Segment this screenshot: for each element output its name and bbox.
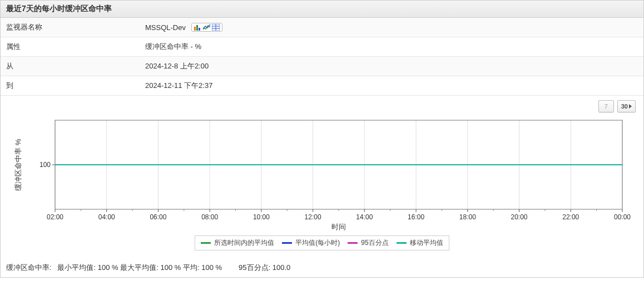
bar-chart-icon[interactable] [194, 24, 202, 31]
svg-rect-1 [196, 25, 198, 31]
panel-title: 最近7天的每小时缓冲区命中率 [1, 1, 643, 18]
legend-item[interactable]: 所选时间内的平均值 [201, 238, 274, 248]
stats-p95-value: 100.0 [273, 263, 291, 272]
stats-max-value: 100 % [160, 263, 181, 272]
svg-text:14:00: 14:00 [356, 213, 373, 221]
kv-row-to: 到 2024-12-11 下午2:37 [1, 76, 643, 96]
line-chart-icon[interactable] [203, 24, 211, 31]
legend-label: 所选时间内的平均值 [214, 238, 274, 248]
kv-val: 缓冲区命中率 - % [145, 42, 638, 52]
svg-text:06:00: 06:00 [150, 213, 166, 221]
legend-swatch [348, 242, 358, 244]
kv-table: 监视器名称 MSSQL-Dev 属性 缓冲区命中率 - % [1, 18, 643, 96]
svg-text:缓冲区命中率 %: 缓冲区命中率 % [14, 139, 22, 191]
svg-text:16:00: 16:00 [408, 213, 424, 221]
range-7d-label: 7 [605, 103, 608, 110]
stats-avg-value: 100 % [201, 263, 222, 272]
stats-group-p95: 95百分点: 100.0 [239, 263, 290, 273]
play-icon [629, 104, 632, 109]
legend-swatch [397, 242, 407, 244]
svg-text:12:00: 12:00 [305, 213, 321, 221]
stats-p95-label: 95百分点: [239, 263, 270, 272]
kv-key: 从 [6, 61, 145, 71]
legend-item[interactable]: 平均值(每小时) [282, 238, 340, 248]
legend-label: 95百分点 [361, 238, 388, 248]
kv-row-monitor: 监视器名称 MSSQL-Dev [1, 18, 643, 37]
stats-group-main: 缓冲区命中率: 最小平均值: 100 % 最大平均值: 100 % 平均: 10… [6, 263, 222, 273]
legend-swatch [282, 242, 292, 244]
range-30d-button[interactable]: 30 [617, 100, 636, 112]
kv-key: 到 [6, 81, 145, 91]
range-30d-label: 30 [621, 103, 628, 110]
kv-val: MSSQL-Dev [145, 22, 638, 32]
table-icon[interactable] [212, 24, 220, 31]
monitor-name-value: MSSQL-Dev [145, 23, 186, 32]
chart-type-icons[interactable] [191, 23, 222, 32]
stats-min-value: 100 % [98, 263, 118, 272]
svg-rect-0 [194, 27, 196, 31]
svg-text:18:00: 18:00 [459, 213, 476, 221]
svg-text:08:00: 08:00 [201, 213, 218, 221]
kv-val: 2024-12-11 下午2:37 [145, 81, 638, 91]
legend-item[interactable]: 移动平均值 [397, 238, 443, 248]
kv-key: 属性 [6, 42, 145, 52]
svg-text:04:00: 04:00 [98, 213, 115, 221]
svg-rect-2 [199, 28, 200, 31]
chart-area: 02:0004:0006:0008:0010:0012:0014:0016:00… [1, 115, 643, 259]
range-controls: 7 30 [1, 96, 643, 115]
svg-text:22:00: 22:00 [562, 213, 579, 221]
stats-min-label: 最小平均值: [57, 263, 96, 272]
line-chart: 02:0004:0006:0008:0010:0012:0014:0016:00… [8, 115, 636, 232]
stats-title: 缓冲区命中率: [6, 263, 52, 272]
svg-text:02:00: 02:00 [47, 213, 63, 221]
kv-row-from: 从 2024-12-8 上午2:00 [1, 57, 643, 76]
stats-max-label: 最大平均值: [120, 263, 158, 272]
legend-label: 平均值(每小时) [295, 238, 340, 248]
report-panel: 最近7天的每小时缓冲区命中率 监视器名称 MSSQL-Dev [0, 0, 644, 278]
svg-text:时间: 时间 [331, 223, 346, 231]
svg-text:20:00: 20:00 [511, 213, 528, 221]
legend-swatch [201, 242, 211, 244]
range-7d-button[interactable]: 7 [598, 100, 614, 112]
kv-row-attribute: 属性 缓冲区命中率 - % [1, 37, 643, 57]
kv-key: 监视器名称 [6, 22, 145, 32]
kv-val: 2024-12-8 上午2:00 [145, 61, 638, 71]
svg-text:100: 100 [39, 161, 51, 169]
legend-item[interactable]: 95百分点 [348, 238, 388, 248]
legend-label: 移动平均值 [410, 238, 443, 248]
svg-text:10:00: 10:00 [253, 213, 270, 221]
svg-text:00:00: 00:00 [614, 213, 631, 221]
chart-legend: 所选时间内的平均值平均值(每小时)95百分点移动平均值 [195, 235, 449, 250]
stats-avg-label: 平均: [183, 263, 200, 272]
stats-line: 缓冲区命中率: 最小平均值: 100 % 最大平均值: 100 % 平均: 10… [1, 259, 643, 277]
